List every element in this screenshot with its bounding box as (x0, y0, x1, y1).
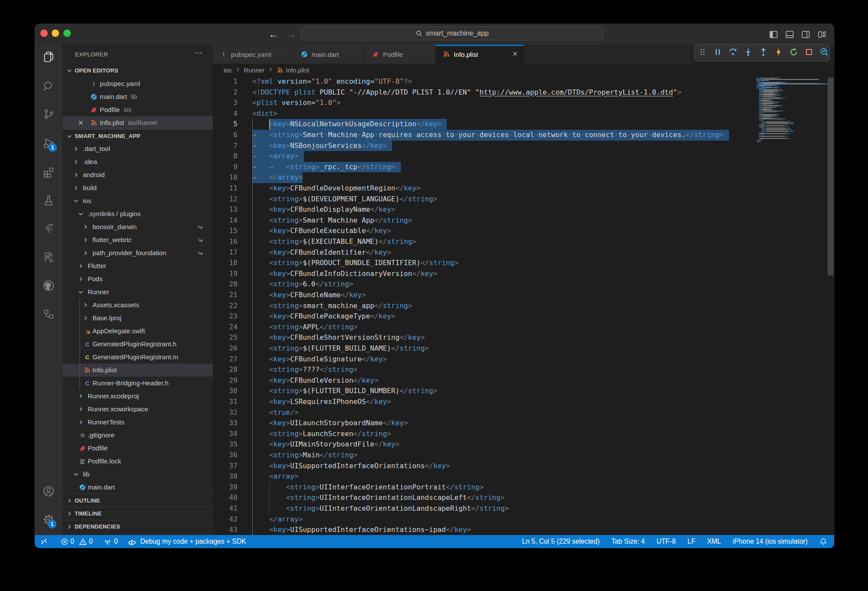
file-appdelegate-swift[interactable]: AppDelegate.swift (63, 325, 213, 338)
file--gitignore[interactable]: .gitignore (63, 429, 213, 442)
folder-runner[interactable]: Runner (63, 286, 213, 299)
status-language-mode[interactable]: XML (707, 538, 721, 545)
folder-flutter-webrtc[interactable]: flutter_webrtc (63, 233, 213, 246)
code-line-15: 15 <key>CFBundleExecutable</key> (213, 226, 834, 236)
command-center-search[interactable]: smart_machine_app (301, 26, 604, 40)
file-podfile[interactable]: Podfile (63, 442, 213, 455)
section-outline[interactable]: OUTLINE (63, 494, 213, 507)
activity-settings-icon[interactable]: 1 (35, 509, 62, 531)
section-open-editors[interactable]: OPEN EDITORS (63, 64, 213, 77)
open-devtools-icon[interactable] (819, 47, 829, 59)
status-problems[interactable]: 00 (61, 538, 92, 545)
tab-pubspec-yaml[interactable]: !pubspec.yaml (213, 45, 294, 64)
file-generatedpluginregistrant-h[interactable]: CGeneratedPluginRegistrant.h (63, 338, 213, 351)
hot-restart-icon[interactable] (789, 47, 799, 59)
toggle-sidebar-icon[interactable] (769, 30, 779, 39)
title-bar[interactable]: ← → smart_machine_app (35, 24, 834, 45)
tab-info-plist[interactable]: Info.plist (436, 45, 524, 64)
folder-assets-xcassets[interactable]: Assets.xcassets (63, 299, 213, 312)
activity-remote-explorer-icon[interactable] (35, 303, 62, 325)
status-notifications[interactable] (819, 538, 827, 545)
folder-android[interactable]: android (63, 168, 213, 181)
tab-podfile[interactable]: Podfile (365, 45, 436, 64)
activity-testing-icon[interactable] (35, 189, 62, 212)
activity-source-control-icon[interactable] (35, 103, 62, 125)
folder--idea[interactable]: .idea (63, 155, 213, 168)
breadcrumb-runner[interactable]: Runner (244, 67, 265, 74)
status-ports[interactable]: 0 (103, 538, 118, 545)
explorer-more-actions-icon[interactable]: ⋯ (195, 48, 202, 58)
minimap[interactable] (756, 76, 828, 535)
open-editor-pubspec-yaml[interactable]: !pubspec.yaml (63, 77, 213, 90)
activity-search-icon[interactable] (35, 75, 62, 98)
pause-icon[interactable] (713, 47, 723, 59)
step-over-icon[interactable] (728, 47, 738, 59)
breadcrumb[interactable]: iosRunnerInfo.plist (213, 64, 834, 76)
folder-bonsoir-darwin[interactable]: bonsoir_darwin (63, 220, 213, 233)
chevron-right-icon (77, 419, 84, 427)
file-generatedpluginregistrant-m[interactable]: CGeneratedPluginRegistrant.m (63, 351, 213, 364)
activity-flutter-icon[interactable] (35, 218, 62, 240)
folder-lib[interactable]: lib (63, 468, 213, 481)
file-runner-bridging-header-h[interactable]: CRunner-Bridging-Header.h (63, 377, 213, 390)
status-eol[interactable]: LF (687, 538, 695, 545)
minimap-line (764, 92, 774, 93)
go-forward-button[interactable]: → (286, 29, 297, 39)
status-remote[interactable] (40, 537, 48, 546)
folder-runner-xcworkspace[interactable]: Runner.xcworkspace (63, 403, 213, 416)
file-label: Podfile (88, 444, 108, 452)
customize-layout-icon[interactable] (817, 30, 827, 39)
editor-scrollbar[interactable] (828, 78, 834, 276)
folder-ios[interactable]: ios (63, 194, 213, 207)
drag-handle-icon[interactable] (698, 47, 707, 59)
activity-extensions-icon[interactable] (35, 161, 62, 184)
file-label: pubspec.yaml (100, 80, 140, 87)
toggle-secondary-sidebar-icon[interactable] (801, 30, 811, 39)
folder-runnertests[interactable]: RunnerTests (63, 416, 213, 429)
file-main-dart[interactable]: main.dart (63, 481, 213, 494)
tab-main-dart[interactable]: main.dart (294, 45, 365, 64)
activity-explorer-icon[interactable] (35, 46, 62, 68)
folder-build[interactable]: build (63, 181, 213, 194)
close-tab-icon[interactable] (512, 50, 518, 59)
section-smart-machine-app[interactable]: SMART_MACHINE_APP (63, 129, 213, 142)
status-encoding[interactable]: UTF-8 (657, 538, 676, 545)
step-out-icon[interactable] (759, 47, 768, 59)
toggle-panel-icon[interactable] (785, 30, 795, 39)
go-back-button[interactable]: ← (268, 29, 279, 39)
stop-icon[interactable] (804, 47, 814, 59)
activity-accounts-icon[interactable] (35, 480, 62, 502)
minimize-window-button[interactable] (52, 30, 59, 37)
minimap-line (762, 137, 763, 138)
section-dependencies[interactable]: DEPENDENCIES (63, 520, 213, 533)
status-indentation[interactable]: Tab Size: 4 (611, 538, 645, 545)
open-editor-info-plist[interactable]: Info.plistios/Runner (63, 116, 213, 129)
open-editor-podfile[interactable]: Podfileios (63, 103, 213, 116)
activity-run-and-debug-icon[interactable]: 1 (35, 132, 62, 154)
file-podfile-lock[interactable]: Podfile.lock (63, 455, 213, 468)
breadcrumb-ios[interactable]: ios (224, 67, 232, 74)
open-editor-main-dart[interactable]: main.dartlib (63, 90, 213, 103)
folder--symlinks-plugins[interactable]: .symlinks / plugins (63, 207, 213, 220)
section-timeline[interactable]: TIMELINE (63, 507, 213, 520)
file-info-plist[interactable]: Info.plist (63, 364, 213, 377)
step-into-icon[interactable] (743, 47, 753, 59)
status-debug-config[interactable]: Debug my code + packages + SDK (128, 537, 246, 546)
close-window-button[interactable] (40, 30, 48, 37)
line-number: 20 (213, 279, 238, 290)
hot-reload-icon[interactable] (774, 47, 783, 59)
zoom-window-button[interactable] (63, 30, 71, 37)
folder-pods[interactable]: Pods (63, 273, 213, 286)
code-editor[interactable]: 1<?xml version="1.0" encoding="UTF-8"?>2… (213, 76, 834, 535)
folder-base-lproj[interactable]: Base.lproj (63, 312, 213, 325)
folder-runner-xcodeproj[interactable]: Runner.xcodeproj (63, 390, 213, 403)
breadcrumb-info-plist[interactable]: Info.plist (277, 67, 309, 74)
activity-project-tools-icon[interactable] (35, 246, 62, 269)
status-cursor-position[interactable]: Ln 5, Col 5 (229 selected) (522, 538, 600, 545)
activity-github-icon[interactable] (35, 274, 62, 297)
folder-flutter[interactable]: Flutter (63, 259, 213, 273)
folder-path-provider-foundation[interactable]: path_provider_foundation (63, 246, 213, 259)
folder--dart-tool[interactable]: .dart_tool (63, 142, 213, 155)
close-editor-icon[interactable] (77, 119, 84, 128)
status-device[interactable]: iPhone 14 (ios simulator) (733, 538, 808, 545)
